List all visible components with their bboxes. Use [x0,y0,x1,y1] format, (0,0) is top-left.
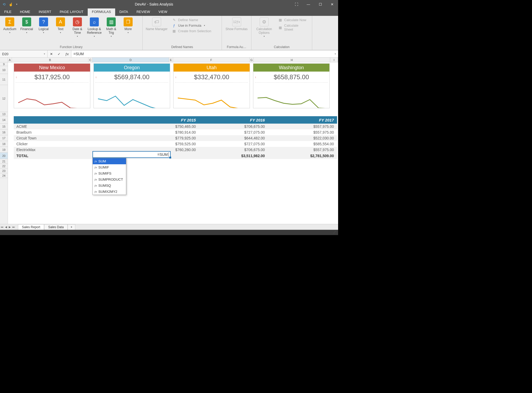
insert-function-button[interactable]: ƒx [65,52,69,56]
sheet-tab-sales-report[interactable]: Sales Report [18,224,44,230]
menu-tab-file[interactable]: FILE [0,8,16,16]
col-header-F[interactable]: F [173,58,250,62]
logical-button[interactable]: ?Logical▾ [36,17,51,34]
calculate-now-button[interactable]: ▦Calculate Now [278,18,308,22]
formula-accept-button[interactable]: ✓ [58,52,60,56]
formula-autocomplete[interactable]: ƒxSUMƒxSUMIFƒxSUMIFSƒxSUMPRODUCTƒxSUMSQƒ… [92,158,126,195]
sheet-tab-bar: ⏮ ◀ ▶ ⏭ Sales ReportSales Data + [0,224,338,230]
table-row[interactable]: Braeburn $780,914.00$727,075.00$557,975.… [14,129,337,135]
menu-tab-data[interactable]: DATA [115,8,132,16]
touch-mode-icon[interactable]: ☝ [9,2,13,6]
table-total-row[interactable]: TOTAL $3,511,982.00$2,781,509.00 [14,153,337,159]
sparkline [14,83,90,108]
sheet-nav-first[interactable]: ⏮ [0,226,4,228]
table-row[interactable]: ACME $750,465.00$706,675.00$557,975.00 [14,124,337,129]
function-icon: ƒx [94,178,97,181]
autocomplete-item-sumif[interactable]: ƒxSUMIF [93,164,126,170]
row-header-24[interactable]: 24 [0,173,8,178]
row-header-13[interactable]: 13 [0,112,8,116]
autocomplete-item-sum[interactable]: ƒxSUM [93,158,126,164]
row-header-12[interactable]: 12 [0,85,8,112]
add-sheet-button[interactable]: + [68,224,75,230]
trend-down-icon: ↓ [95,75,97,78]
col-header-H[interactable]: H [254,58,330,62]
row-header-20[interactable]: 20 [0,153,8,159]
sheet-nav-next[interactable]: ▶ [8,226,12,228]
menu-tab-home[interactable]: HOME [16,8,34,16]
define-name-button[interactable]: ✎Define Name [172,18,211,22]
table-header-row: FY 2015 FY 2016 FY 2017 [14,116,337,124]
financial-button[interactable]: $Financial▾ [19,17,34,34]
col-header-A[interactable]: A [8,58,12,62]
spreadsheet-grid[interactable]: 9101112131415161718192021222324 ABCDEFGH… [0,58,338,224]
function-icon: ƒx [94,160,97,163]
sheet-tab-sales-data[interactable]: Sales Data [44,224,68,230]
maximize-button[interactable]: ☐ [314,0,326,8]
trend-down-icon: ↓ [255,75,256,78]
resize-grip-icon[interactable]: ⋰ [331,230,338,234]
formula-bar: D20▾ ✕ ✓ ƒx =SUM▾ [0,50,338,58]
row-header-14[interactable]: 14 [0,116,8,124]
row-header-23[interactable]: 23 [0,169,8,173]
active-cell-d20[interactable]: =SUM [92,151,171,158]
math-trig-button[interactable]: ▥Math & Trig▾ [104,17,119,38]
autocomplete-item-sumproduct[interactable]: ƒxSUMPRODUCT [93,176,126,183]
ribbon: ΣAutoSum▾$Financial▾?Logical▾AText▾◷Date… [0,16,338,50]
autocomplete-item-sumx2my2[interactable]: ƒxSUMX2MY2 [93,189,126,195]
minimize-button[interactable]: — [302,0,314,8]
group-caption-calculation: Calculation [254,45,310,49]
fill-handle[interactable] [169,157,171,158]
show-formulas-button[interactable]: 12ƒx Show Formulas [224,17,249,32]
create-from-selection-button[interactable]: ▦Create from Selection [172,29,211,33]
calculate-sheet-button[interactable]: ▦Calculate Sheet [278,24,308,31]
row-header-17[interactable]: 17 [0,135,8,141]
menu-tab-page-layout[interactable]: PAGE LAYOUT [55,8,88,16]
col-header-C[interactable]: C [88,58,92,62]
row-header-22[interactable]: 22 [0,164,8,169]
lookup-reference-button[interactable]: ⌕Lookup & Reference▾ [87,17,102,38]
date-time-button[interactable]: ◷Date & Time▾ [70,17,85,38]
autocomplete-item-sumsq[interactable]: ƒxSUMSQ [93,183,126,189]
row-header-9[interactable]: 9 [0,62,8,66]
col-header-D[interactable]: D [92,58,169,62]
col-header-G[interactable]: G [250,58,254,62]
table-row[interactable]: Clicker $759,525.00$727,075.00$585,554.0… [14,141,337,147]
row-header-21[interactable]: 21 [0,159,8,164]
select-all-corner[interactable] [0,58,8,62]
card-value: ↓$658,875.00 [255,72,328,83]
calculation-options-button[interactable]: ⚙ Calculation Options ▾ [254,17,275,38]
col-header-B[interactable]: B [12,58,88,62]
app-icon: ⟲ [3,2,6,6]
sheet-nav-prev[interactable]: ◀ [4,226,8,228]
formula-cancel-button[interactable]: ✕ [50,52,53,56]
table-row[interactable]: ElectrixMax $760,280.00$706,675.00$557,9… [14,147,337,153]
col-header-E[interactable]: E [169,58,173,62]
row-header-18[interactable]: 18 [0,141,8,147]
name-manager-button[interactable]: 🏷 Name Manager [145,17,169,32]
menu-tab-formulas[interactable]: FORMULAS [88,8,115,16]
function-icon: ƒx [94,190,97,193]
fullscreen-icon[interactable]: ⛶ [291,2,302,6]
sparkline [174,83,250,108]
formula-input[interactable]: =SUM▾ [71,50,338,57]
menu-tab-review[interactable]: REVIEW [132,8,154,16]
name-box[interactable]: D20▾ [0,50,48,57]
autocomplete-item-sumifs[interactable]: ƒxSUMIFS [93,170,126,176]
menu-tab-insert[interactable]: INSERT [34,8,55,16]
trend-down-icon: ↓ [16,75,17,78]
menu-tab-view[interactable]: VIEW [154,8,171,16]
row-header-11[interactable]: 11 [0,74,8,85]
close-button[interactable]: ✕ [326,0,338,8]
use-in-formula-button[interactable]: ƒUse in Formula▾ [172,24,211,27]
more-button[interactable]: ❐More▾ [120,17,136,34]
text-button[interactable]: AText▾ [53,17,68,34]
row-header-15[interactable]: 15 [0,124,8,129]
table-row[interactable]: Circuit Town $779,925.00$644,482.00$522,… [14,135,337,141]
group-caption-formula-auditing: Formula Au… [224,45,249,49]
sheet-nav-last[interactable]: ⏭ [12,226,16,228]
row-header-16[interactable]: 16 [0,129,8,135]
row-header-19[interactable]: 19 [0,147,8,153]
col-header-I[interactable]: I [330,58,338,62]
autosum-button[interactable]: ΣAutoSum▾ [2,17,17,34]
row-header-10[interactable]: 10 [0,66,8,74]
